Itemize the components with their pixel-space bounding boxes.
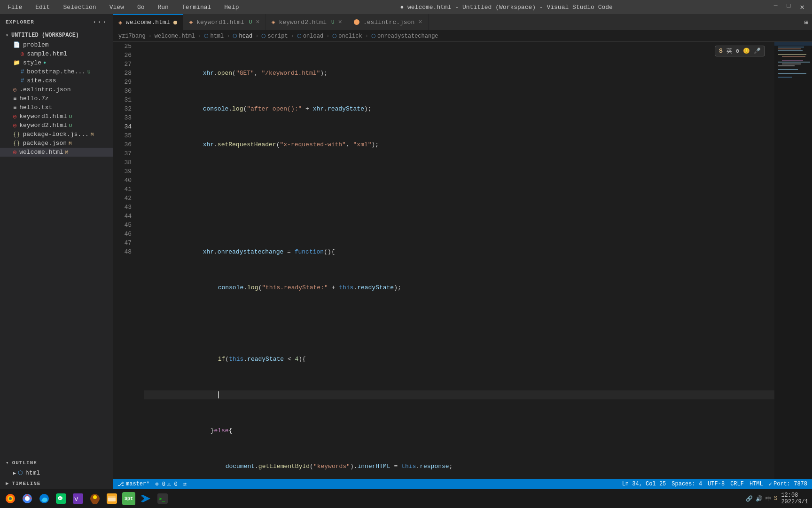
taskbar-edge[interactable] (38, 492, 51, 505)
statusbar-spaces[interactable]: Spaces: 4 (671, 481, 702, 487)
menu-file[interactable]: File (5, 3, 25, 12)
window-controls[interactable]: ─ □ ✕ (771, 2, 807, 12)
folder-open-icon: 📁 (13, 59, 20, 66)
explorer-icon (107, 493, 117, 504)
taskbar-wechat[interactable] (55, 492, 68, 505)
svg-point-17 (25, 496, 30, 501)
taskbar-firefox[interactable] (4, 492, 17, 505)
file-label: welcome.html (19, 149, 63, 156)
menu-edit[interactable]: Edit (32, 3, 53, 12)
sidebar-item-welcome[interactable]: ◎ welcome.html M (0, 148, 113, 157)
tab-keyword2[interactable]: ◈ keyword2.html U × (266, 14, 348, 30)
line-num-34: 34 (113, 122, 132, 131)
crumb-script[interactable]: ⬡script (261, 33, 288, 40)
tab-close-button[interactable]: × (418, 18, 422, 26)
explorer-more-button[interactable]: ··· (92, 18, 107, 26)
tab-close-button[interactable]: × (256, 18, 259, 26)
tab-close-button[interactable]: × (338, 18, 342, 26)
menu-view[interactable]: View (107, 3, 127, 12)
taskbar-explorer[interactable] (105, 492, 118, 505)
file-tree: 📄 problem ◎ sample.html 📁 style ● # boot… (0, 40, 113, 457)
taskbar-chrome[interactable] (21, 492, 34, 505)
line-num-38: 38 (113, 158, 132, 167)
close-button[interactable]: ✕ (797, 2, 807, 12)
eslint-icon: ◎ (13, 86, 16, 93)
sidebar-item-eslintrc[interactable]: ◎ .eslintrc.json (0, 85, 113, 94)
statusbar-port[interactable]: ✓ Port: 7878 (769, 481, 807, 488)
vscode-icon (141, 493, 151, 504)
code-editor[interactable]: xhr.open("GET", "/keyword1.html"); conso… (136, 42, 774, 479)
taskbar-vs[interactable]: V (71, 492, 85, 505)
sidebar-item-keyword1[interactable]: ◎ keyword1.html U (0, 112, 113, 121)
outline-section[interactable]: ▾ OUTLINE (0, 457, 113, 468)
crumb-html[interactable]: ⬡html (204, 33, 224, 40)
sidebar-item-style[interactable]: 📁 style ● (0, 58, 113, 67)
statusbar-line-ending[interactable]: CRLF (730, 481, 744, 487)
menu-terminal[interactable]: Terminal (179, 3, 214, 12)
sidebar-item-site-css[interactable]: # site.css (0, 76, 113, 85)
sidebar-item-bootstrap[interactable]: # bootstrap.the... U (0, 67, 113, 76)
crumb-onreadystatechange[interactable]: ⬡onreadystatechange (371, 33, 438, 40)
taskbar-notification-area: 🔗 🔊 中 S (746, 495, 777, 503)
tab-layout-icon[interactable]: ⊞ (804, 18, 808, 26)
ime-lang: 英 (726, 47, 732, 55)
crumb-head[interactable]: ⬡head (233, 33, 252, 40)
explorer-label: Explorer (6, 19, 34, 25)
menu-selection[interactable]: Selection (60, 3, 99, 12)
file-label: hello.7z (19, 95, 48, 102)
timeline-label: TIMELINE (12, 481, 41, 486)
outline-item-html[interactable]: ▶ ⬡ html (0, 468, 113, 477)
menu-go[interactable]: Go (134, 3, 148, 12)
taskbar-time: 12:082022/9/1 (781, 492, 808, 505)
menu-run[interactable]: Run (155, 3, 171, 12)
line-num-32: 32 (113, 104, 132, 113)
line-num-48: 48 (113, 247, 132, 256)
ime-icon2: 😊 (743, 48, 750, 55)
file-label: bootstrap.the... (27, 68, 86, 75)
statusbar-git[interactable]: ⎇ master* (117, 481, 149, 488)
minimize-button[interactable]: ─ (771, 2, 781, 12)
menu-help[interactable]: Help (221, 3, 242, 12)
taskbar-user[interactable] (88, 492, 102, 505)
crumb-welcomehtml[interactable]: welcome.html (155, 33, 195, 40)
sidebar-item-hello7z[interactable]: ≡ hello.7z (0, 94, 113, 103)
sidebar-item-packagejson[interactable]: {} package.json M (0, 139, 113, 148)
sidebar-item-keyword2[interactable]: ◎ keyword2.html U (0, 121, 113, 130)
statusbar-line-col[interactable]: Ln 34, Col 25 (622, 481, 666, 487)
svg-rect-3 (778, 50, 803, 51)
json-icon: {} (13, 131, 20, 138)
taskbar-vscode[interactable] (139, 492, 152, 505)
statusbar-language[interactable]: HTML (750, 481, 763, 487)
tab-eslintrc[interactable]: .eslintrc.json × (348, 14, 429, 30)
crumb-html-icon: ⬡ (204, 33, 209, 39)
workspace-header[interactable]: ▾ UNTITLED (WORKSPACE) (0, 30, 113, 40)
statusbar-sync[interactable]: ⇄ (183, 481, 187, 488)
html-file-icon: ◈ (272, 18, 275, 26)
git-icon: ⎇ (117, 481, 124, 488)
tab-welcome[interactable]: ◈ welcome.html (113, 14, 183, 30)
statusbar-encoding[interactable]: UTF-8 (708, 481, 725, 487)
crumb-yz17bang[interactable]: yz17bang (118, 33, 146, 40)
tab-keyword1[interactable]: ◈ keyword1.html U × (183, 14, 265, 30)
wechat-icon (56, 493, 66, 504)
tab-label: keyword1.html (196, 19, 244, 26)
maximize-button[interactable]: □ (784, 2, 794, 12)
timeline-section[interactable]: ▶ TIMELINE (0, 477, 113, 489)
line-num-30: 30 (113, 87, 132, 95)
menu-bar[interactable]: File Edit Selection View Go Run Terminal… (5, 3, 242, 12)
taskbar-terminal[interactable]: >_ (156, 492, 169, 505)
statusbar-errors[interactable]: ⊗ 0 ⚠ 0 (155, 481, 177, 488)
crumb-onclick[interactable]: ⬡onclick (332, 33, 362, 40)
taskbar-spt[interactable]: Spt (122, 492, 135, 505)
line-num-46: 46 (113, 230, 132, 238)
statusbar-left: ⎇ master* ⊗ 0 ⚠ 0 ⇄ (117, 481, 187, 488)
sidebar-item-problem[interactable]: 📄 problem (0, 40, 113, 49)
line-num-43: 43 (113, 203, 132, 212)
line-num-29: 29 (113, 78, 132, 87)
tab-u-badge: U (249, 19, 252, 25)
sidebar-item-hellotxt[interactable]: ≡ hello.txt (0, 103, 113, 112)
svg-point-21 (59, 498, 60, 499)
crumb-onload[interactable]: ⬡onload (297, 33, 323, 40)
sidebar-item-packagelock[interactable]: {} package-lock.js... M (0, 130, 113, 139)
sidebar-item-sample-html[interactable]: ◎ sample.html (0, 49, 113, 58)
